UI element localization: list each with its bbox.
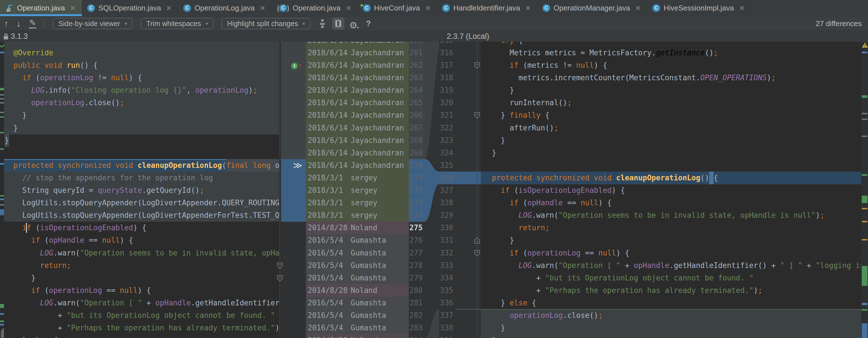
code-line-right[interactable]: afterRun(); [481, 122, 861, 134]
code-line-right[interactable]: if (operationLog == null) { [481, 247, 861, 259]
code-line-left[interactable]: LOG.warn("Operation [ " + opHandle.getHa… [4, 297, 279, 309]
code-line-left[interactable]: LOG.warn("Operation seems to be in inval… [4, 247, 279, 259]
highlight-mode-dropdown[interactable]: Highlight split changes ▾ [221, 18, 310, 29]
code-line-left[interactable]: // stop the appenders for the operation … [4, 172, 279, 184]
close-icon[interactable]: ✕ [739, 4, 745, 12]
annotation-row[interactable]: 2016/5/4Gumashta [306, 234, 409, 247]
git-blame-annotations[interactable]: 2018/6/14Jayachandran2018/6/14Jayachandr… [306, 42, 409, 338]
code-line-left[interactable]: LOG.info("Closing operation log {}", ope… [4, 84, 279, 97]
annotation-row[interactable]: 2014/8/28Noland [306, 284, 409, 297]
annotation-row[interactable]: 2018/6/14Jayachandran [306, 122, 409, 134]
annotation-row[interactable]: 2018/6/14Jayachandran [306, 42, 409, 47]
code-line-left[interactable]: } [4, 134, 279, 147]
collapse-unchanged-button[interactable] [316, 17, 329, 30]
editor-tab-hiveconf-java[interactable]: ▶CHiveConf.java✕ [358, 0, 437, 16]
code-line-left[interactable]: LogUtils.stopQueryAppender(LogDivertAppe… [4, 209, 279, 222]
fold-marker-icon[interactable] [277, 275, 283, 282]
annotation-row[interactable]: 2018/3/1sergey [306, 172, 409, 184]
code-line-left[interactable]: if (operationLog != null) { [4, 72, 279, 84]
help-button[interactable]: ? [366, 20, 371, 28]
close-icon[interactable]: ✕ [635, 4, 641, 12]
fold-marker-icon[interactable] [474, 62, 480, 69]
code-line-left[interactable]: + "Perhaps the operation has already ter… [4, 321, 279, 334]
code-line-right[interactable]: Metrics metrics = MetricsFactory.getInst… [481, 47, 861, 59]
code-line-left[interactable]: protected synchronized void cleanupOpera… [4, 159, 279, 172]
code-line-right[interactable]: } [481, 321, 861, 334]
code-line-left[interactable]: } [4, 122, 279, 134]
annotation-row[interactable]: 2018/3/1sergey [306, 209, 409, 222]
code-line-right[interactable]: if (isOperationLogEnabled) { [481, 184, 861, 197]
left-scrollbar-stripe[interactable] [0, 42, 4, 338]
code-line-right[interactable]: } [481, 147, 861, 159]
code-line-left[interactable]: if (operationLog == null) { [4, 284, 279, 297]
code-line-right[interactable]: if (opHandle == null) { [481, 197, 861, 209]
close-icon[interactable]: ✕ [346, 4, 351, 12]
edit-file-button[interactable]: ✎ [29, 19, 36, 28]
editor-tab-hivesessionimpl-java[interactable]: CHiveSessionImpl.java✕ [647, 0, 751, 16]
editor-tab-operationmanager-java[interactable]: COperationManager.java✕ [537, 0, 647, 16]
code-line-right[interactable]: metrics.incrementCounter(MetricsConstant… [481, 72, 861, 84]
annotation-row[interactable]: 2016/5/4Gumashta [306, 272, 409, 284]
code-line-right[interactable]: } [481, 84, 861, 97]
annotation-row[interactable]: 2016/5/4Gumashta [306, 259, 409, 272]
annotation-row[interactable]: 2018/6/14Jayachandran [306, 109, 409, 122]
annotation-row[interactable]: 2016/5/4Gumashta [306, 309, 409, 322]
annotation-row[interactable]: 2018/6/14Jayachandran [306, 134, 409, 147]
annotation-row[interactable]: 2018/6/14Jayachandran [306, 147, 409, 159]
annotation-row[interactable]: 2018/3/1sergey [306, 197, 409, 209]
code-line-left[interactable]: + "but its OperationLog object cannot be… [4, 309, 279, 322]
annotation-row[interactable]: 2014/8/28Noland [306, 222, 409, 234]
apply-change-chevron-icon[interactable]: ≫ [293, 160, 303, 171]
close-icon[interactable]: ✕ [525, 4, 531, 12]
editor-tab-sqloperation-java[interactable]: CSQLOperation.java✕ [82, 0, 178, 16]
code-line-left[interactable] [4, 42, 279, 47]
annotation-row[interactable]: 2018/6/14Jayachandran [306, 47, 409, 59]
code-line-right[interactable]: LOG.warn("Operation seems to be in inval… [481, 209, 861, 222]
code-line-right[interactable]: + "Perhaps the operation has already ter… [481, 284, 861, 297]
code-line-left[interactable]: String queryId = queryState.getQueryId()… [4, 184, 279, 197]
code-line-right[interactable]: } [481, 334, 861, 338]
code-line-right[interactable]: try { [481, 42, 861, 47]
annotation-row[interactable]: 2018/3/1sergey [306, 184, 409, 197]
fold-marker-icon[interactable] [474, 237, 480, 244]
close-icon[interactable]: ✕ [70, 4, 75, 12]
annotation-row[interactable]: 2016/5/4Gumashta [306, 297, 409, 309]
annotation-row[interactable]: 2016/5/4Gumashta [306, 247, 409, 259]
annotation-row[interactable]: 2014/8/28Noland [306, 334, 409, 338]
close-icon[interactable]: ✕ [260, 4, 266, 12]
code-line-left[interactable]: if (opHandle == null) { [4, 234, 279, 247]
annotation-row[interactable]: 2018/6/14Jayachandran [306, 72, 409, 84]
annotation-row[interactable]: 2018/6/14Jayachandran [306, 84, 409, 97]
code-line-right[interactable]: runInternal(); [481, 96, 861, 109]
code-line-right[interactable]: } else { [481, 297, 861, 309]
right-error-stripe[interactable] [861, 42, 868, 338]
code-line-left[interactable]: } [4, 272, 279, 284]
viewer-mode-dropdown[interactable]: Side-by-side viewer ▾ [53, 18, 132, 29]
close-icon[interactable]: ✕ [425, 4, 431, 12]
editor-tab-operationlog-java[interactable]: COperationLog.java✕ [178, 0, 272, 16]
code-line-left[interactable]: LogUtils.stopQueryAppender(LogDivertAppe… [4, 197, 279, 209]
editor-tab-operation-java[interactable]: (C)Operation.java✕ [272, 0, 358, 16]
code-line-left[interactable]: public void run() { [4, 59, 279, 72]
annotation-row[interactable]: 2018/6/14Jayachandran [306, 159, 409, 172]
code-line-right[interactable]: + "but its OperationLog object cannot be… [481, 272, 861, 284]
close-icon[interactable]: ✕ [166, 4, 172, 12]
code-line-right[interactable]: LOG.warn("Operation [ " + opHandle.getHa… [481, 259, 861, 272]
code-line-right[interactable]: } finally { [481, 109, 861, 122]
whitespace-policy-dropdown[interactable]: Trim whitespaces ▾ [141, 18, 214, 29]
code-line-left[interactable]: @Override [4, 47, 279, 59]
code-line-left[interactable]: return; [4, 259, 279, 272]
settings-button[interactable]: ⚙ ▾ [348, 17, 360, 30]
sync-scrolling-toggle[interactable] [332, 17, 344, 30]
right-editor[interactable]: try { Metrics metrics = MetricsFactory.g… [481, 42, 861, 338]
code-line-right[interactable]: operationLog.close(); [481, 309, 861, 322]
code-line-left[interactable]: } else { [4, 334, 279, 338]
code-line-left[interactable] [4, 147, 279, 159]
left-scrollbar-thumb[interactable] [1, 328, 4, 338]
code-line-left[interactable]: operationLog.close(); [4, 96, 279, 109]
code-line-right[interactable]: return; [481, 222, 861, 234]
code-line-right[interactable]: } [481, 134, 861, 147]
code-line-left[interactable]: if (isOperationLogEnabled) { [4, 222, 279, 234]
previous-difference-button[interactable]: ↑ [4, 19, 8, 28]
code-line-right[interactable]: protected synchronized void cleanupOpera… [481, 172, 861, 184]
